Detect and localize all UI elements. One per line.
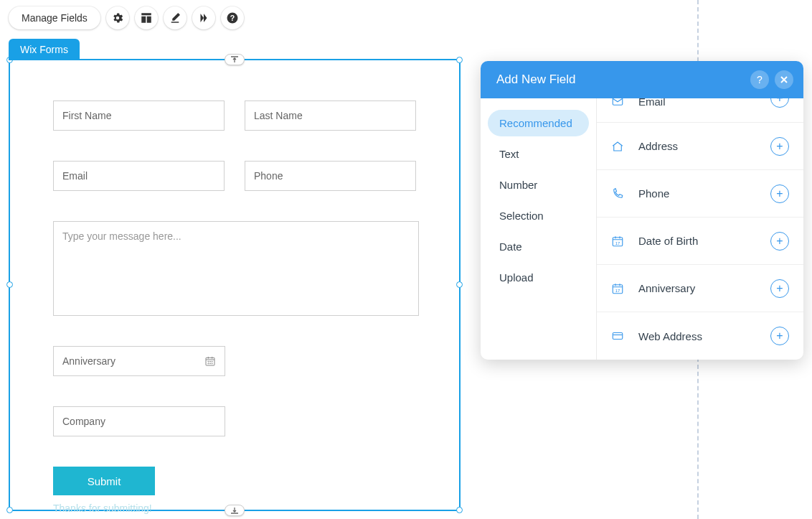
add-field-button[interactable]: + [770, 137, 789, 156]
field-label: Web Address [638, 330, 756, 342]
help-icon: ? [226, 11, 239, 24]
gear-icon [111, 11, 124, 24]
field-label: Anniversary [638, 282, 756, 294]
category-date[interactable]: Date [488, 233, 589, 260]
home-icon [611, 140, 624, 153]
add-field-panel: Add New Field ? Recommended Text Number … [481, 61, 803, 360]
placeholder: Company [62, 416, 105, 427]
svg-point-7 [210, 363, 211, 364]
animation-button[interactable] [192, 6, 215, 29]
svg-point-6 [208, 363, 209, 364]
submit-button[interactable]: Submit [53, 467, 155, 495]
close-icon [780, 75, 788, 84]
field-label: Address [638, 140, 756, 152]
phone-field[interactable]: Phone [245, 161, 416, 191]
calendar-icon: 17 [611, 282, 624, 295]
add-field-button[interactable]: + [770, 279, 789, 298]
svg-rect-14 [613, 333, 623, 340]
placeholder: Anniversary [62, 355, 115, 367]
placeholder: Email [62, 170, 88, 182]
settings-button[interactable] [106, 6, 129, 29]
svg-text:?: ? [230, 14, 235, 22]
field-option-email[interactable]: Email + [597, 98, 803, 123]
company-field[interactable]: Company [53, 406, 225, 436]
category-upload[interactable]: Upload [488, 264, 589, 291]
animation-icon [197, 11, 210, 24]
add-field-button[interactable]: + [770, 232, 789, 251]
form-body: First Name Last Name Email Phone Type yo… [10, 60, 459, 510]
field-label: Phone [638, 187, 756, 200]
envelope-icon [611, 98, 624, 108]
field-option-address[interactable]: Address + [597, 123, 803, 170]
anniversary-field[interactable]: Anniversary [53, 346, 225, 376]
thanks-message: Thanks for submitting! [53, 502, 416, 514]
card-icon [611, 329, 624, 342]
brush-icon [169, 11, 181, 24]
svg-point-4 [210, 361, 211, 362]
manage-fields-button[interactable]: Manage Fields [9, 6, 100, 29]
svg-text:17: 17 [615, 288, 620, 292]
placeholder: Phone [254, 170, 283, 182]
calendar-icon [204, 355, 216, 367]
email-field[interactable]: Email [53, 161, 225, 191]
placeholder: Last Name [254, 110, 303, 121]
svg-text:17: 17 [615, 240, 620, 245]
add-field-button[interactable]: + [770, 184, 789, 203]
first-name-field[interactable]: First Name [53, 100, 225, 131]
last-name-field[interactable]: Last Name [245, 100, 416, 131]
add-field-button[interactable]: + [770, 98, 789, 108]
panel-title: Add New Field [496, 73, 745, 87]
panel-header: Add New Field ? [481, 61, 803, 98]
field-label: Email [638, 98, 756, 108]
panel-category-list: Recommended Text Number Selection Date U… [481, 98, 597, 360]
panel-help-button[interactable]: ? [750, 70, 769, 89]
layout-icon [140, 11, 153, 24]
category-selection[interactable]: Selection [488, 202, 589, 229]
wix-forms-tab[interactable]: Wix Forms [9, 39, 80, 60]
placeholder: First Name [62, 110, 111, 121]
message-field[interactable]: Type your message here... [53, 221, 419, 316]
svg-point-8 [212, 363, 212, 364]
form-selection-frame: First Name Last Name Email Phone Type yo… [9, 59, 461, 511]
field-label: Date of Birth [638, 235, 756, 247]
layout-button[interactable] [135, 6, 158, 29]
svg-point-5 [212, 361, 212, 362]
panel-close-button[interactable] [775, 70, 793, 89]
category-recommended[interactable]: Recommended [488, 110, 589, 136]
category-number[interactable]: Number [488, 172, 589, 198]
field-option-phone[interactable]: Phone + [597, 170, 803, 218]
category-text[interactable]: Text [488, 141, 589, 167]
panel-field-list[interactable]: Email + Address + Phone + 17 [597, 98, 803, 360]
add-field-button[interactable]: + [770, 327, 789, 345]
help-button[interactable]: ? [221, 6, 244, 29]
field-option-dob[interactable]: 17 Date of Birth + [597, 218, 803, 265]
calendar-icon: 17 [611, 235, 624, 248]
svg-point-3 [208, 361, 209, 362]
toolbar: Manage Fields ? [9, 6, 244, 29]
field-option-web[interactable]: Web Address + [597, 312, 803, 360]
placeholder: Type your message here... [62, 230, 181, 242]
phone-icon [611, 187, 624, 200]
design-button[interactable] [164, 6, 187, 29]
field-option-anniversary[interactable]: 17 Anniversary + [597, 265, 803, 312]
